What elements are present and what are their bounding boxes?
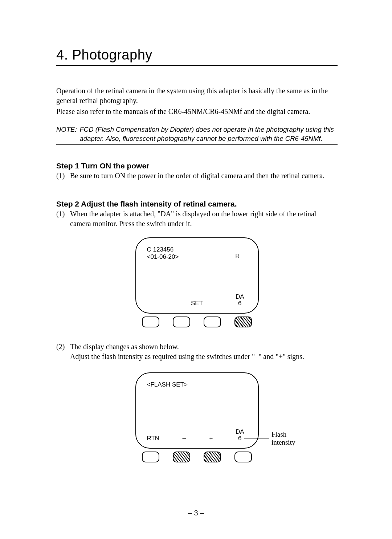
monitor2-minus-label: – — [183, 435, 186, 442]
chapter-number: 4. — [56, 47, 68, 62]
step2-item2-text: The display changes as shown below. Adju… — [70, 342, 338, 362]
note-block: NOTE: FCD (Flash Compensation by Diopter… — [56, 124, 338, 145]
monitor2-da-label: DA6 — [236, 429, 244, 442]
monitor2-title: <FLASH SET> — [147, 381, 188, 388]
monitor2-switch-1 — [142, 452, 159, 462]
monitor1-top-left: C 123456 <01-06-20> — [147, 246, 179, 261]
callout-label: Flash intensity — [271, 430, 303, 446]
monitor-diagram-1: C 123456 <01-06-20> R SET DA6 — [135, 237, 259, 327]
chapter-name: Photography — [72, 47, 152, 62]
monitor1-top-right: R — [235, 253, 240, 260]
step2-item2: (2) The display changes as shown below. … — [56, 342, 338, 362]
monitor1-set-label: SET — [191, 300, 203, 307]
monitor2-screen: <FLASH SET> RTN – + DA6 — [135, 372, 259, 449]
monitor2-switch-2-active — [173, 452, 190, 462]
step2-item1-text: When the adapter is attached, "DA" is di… — [70, 209, 338, 229]
step2-item2-number: (2) — [56, 342, 70, 362]
monitor1-switch-3 — [204, 317, 221, 327]
monitor1-da-label: DA6 — [236, 294, 244, 307]
page-number: – 3 – — [0, 509, 392, 517]
callout-leader-line — [244, 438, 269, 438]
monitor-diagram-2: <FLASH SET> RTN – + DA6 Flash intensity — [135, 372, 259, 462]
monitor2-plus-label: + — [209, 435, 213, 442]
step1-heading: Step 1 Turn ON the power — [56, 162, 338, 170]
monitor1-switch-1 — [142, 317, 159, 327]
step2-heading: Step 2 Adjust the flash intensity of ret… — [56, 200, 338, 208]
step1-item1: (1) Be sure to turn ON the power in the … — [56, 171, 338, 181]
step2-item1: (1) When the adapter is attached, "DA" i… — [56, 209, 338, 229]
monitor2-switch-3-active — [204, 452, 221, 462]
step2-item1-number: (1) — [56, 209, 70, 229]
note-label: NOTE: — [56, 125, 80, 143]
flash-intensity-callout: Flash intensity — [244, 430, 303, 446]
intro-paragraph-1: Operation of the retinal camera in the s… — [56, 86, 338, 106]
monitor2-switch-4 — [234, 452, 252, 462]
monitor2-rtn-label: RTN — [147, 435, 160, 442]
intro-block: Operation of the retinal camera in the s… — [56, 86, 338, 117]
monitor1-switch-2 — [173, 317, 190, 327]
intro-paragraph-2: Please also refer to the manuals of the … — [56, 107, 338, 117]
monitor2-switch-row — [135, 449, 259, 462]
monitor1-screen: C 123456 <01-06-20> R SET DA6 — [135, 237, 259, 314]
manual-page: 4. Photography Operation of the retinal … — [0, 0, 392, 539]
chapter-title: 4. Photography — [56, 47, 338, 66]
monitor1-switch-row — [135, 314, 259, 327]
monitor1-switch-4-active — [234, 317, 252, 327]
step1-item1-text: Be sure to turn ON the power in the orde… — [70, 171, 338, 181]
step1-item1-number: (1) — [56, 171, 70, 181]
note-text: FCD (Flash Compensation by Diopter) does… — [80, 125, 338, 143]
